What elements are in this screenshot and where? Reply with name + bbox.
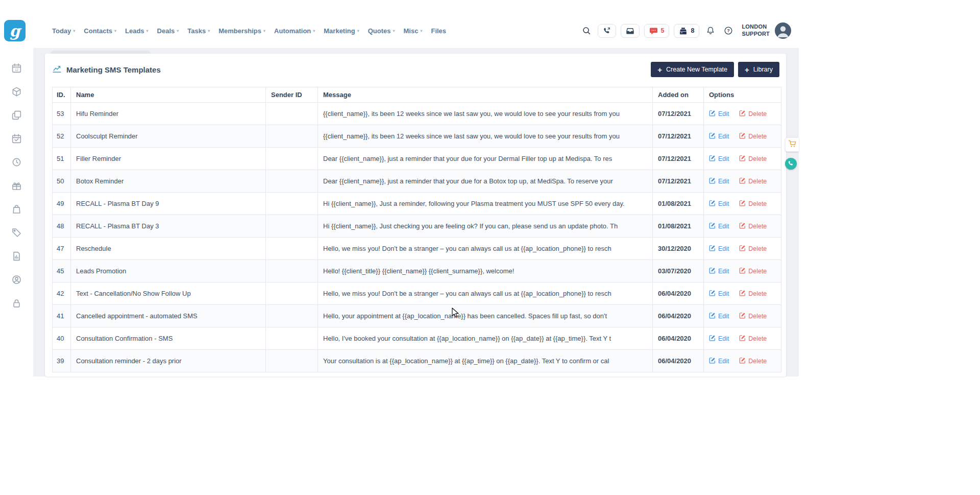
messages-button[interactable]: 5 <box>644 24 670 38</box>
nav-item-leads[interactable]: Leads ▾ <box>122 24 154 38</box>
edit-link[interactable]: Edit <box>709 222 729 230</box>
sidebar-item-report[interactable] <box>5 245 29 269</box>
table-body: 53 Hifu Reminder {{client_name}}, its be… <box>53 103 781 372</box>
sidebar-item-gift[interactable] <box>5 175 29 198</box>
edit-link[interactable]: Edit <box>709 267 729 275</box>
library-button[interactable]: + Library <box>738 62 779 77</box>
help-button[interactable]: ? <box>722 24 735 37</box>
row-sender-id <box>266 282 318 305</box>
edit-link[interactable]: Edit <box>709 177 729 185</box>
delete-label: Delete <box>748 290 767 297</box>
edit-link[interactable]: Edit <box>709 312 729 320</box>
pos-button[interactable]: 8 <box>674 24 699 38</box>
row-message: Dear {{client_name}}, just a reminder th… <box>318 148 653 170</box>
sidebar-item-user-circle[interactable] <box>5 269 29 292</box>
sidebar-item-lock[interactable] <box>5 292 29 316</box>
edit-link[interactable]: Edit <box>709 335 729 343</box>
avatar[interactable] <box>774 22 792 39</box>
delete-icon <box>739 245 746 253</box>
sidebar-item-calendar-check[interactable] <box>5 128 29 151</box>
search-button[interactable] <box>580 24 593 37</box>
sidebar-item-calendar[interactable]: 12 <box>5 57 29 81</box>
row-name: RECALL - Plasma BT Day 9 <box>71 193 266 215</box>
row-name: Hifu Reminder <box>71 103 266 125</box>
col-header-name: Name <box>71 87 266 103</box>
sidebar: 12 <box>0 48 33 376</box>
row-message: Hello, I've booked your consultation at … <box>318 327 653 350</box>
row-message: Your consultation is at {{ap_location_na… <box>318 350 653 372</box>
edit-link[interactable]: Edit <box>709 357 729 365</box>
sidebar-item-copy[interactable] <box>5 104 29 128</box>
cart-float-button[interactable] <box>785 137 799 152</box>
gift-icon <box>11 180 22 193</box>
calls-button[interactable] <box>598 24 616 38</box>
row-added-on: 01/08/2021 <box>653 215 704 238</box>
delete-label: Delete <box>748 200 767 207</box>
nav-item-label: Deals <box>157 27 175 35</box>
top-navbar: g Today ▾ Contacts ▾ Leads ▾ Deals ▾ Tas… <box>0 0 799 48</box>
row-id: 40 <box>53 327 71 350</box>
nav-item-label: Contacts <box>84 27 112 35</box>
delete-link[interactable]: Delete <box>739 357 767 365</box>
delete-icon <box>739 200 746 208</box>
nav-item-automation[interactable]: Automation ▾ <box>271 24 321 38</box>
delete-label: Delete <box>748 133 767 140</box>
delete-link[interactable]: Delete <box>739 335 767 343</box>
nav-item-quotes[interactable]: Quotes ▾ <box>365 24 401 38</box>
delete-link[interactable]: Delete <box>739 312 767 320</box>
delete-link[interactable]: Delete <box>739 110 767 118</box>
edit-icon <box>709 155 716 163</box>
nav-item-today[interactable]: Today ▾ <box>49 24 81 38</box>
row-added-on: 06/04/2020 <box>653 350 704 372</box>
row-message: Hello, we miss you! Don't be a stranger … <box>318 238 653 260</box>
messages-count: 5 <box>661 27 665 34</box>
notifications-button[interactable] <box>704 24 717 37</box>
nav-item-contacts[interactable]: Contacts ▾ <box>81 24 122 38</box>
sidebar-item-cube[interactable] <box>5 81 29 104</box>
edit-label: Edit <box>718 110 729 117</box>
edit-link[interactable]: Edit <box>709 110 729 118</box>
edit-link[interactable]: Edit <box>709 200 729 208</box>
edit-link[interactable]: Edit <box>709 245 729 253</box>
row-options: Edit Delete <box>704 148 781 170</box>
sidebar-item-history[interactable] <box>5 151 29 175</box>
sidebar-item-tag[interactable] <box>5 222 29 245</box>
row-added-on: 07/12/2021 <box>653 103 704 125</box>
nav-item-misc[interactable]: Misc ▾ <box>401 24 428 38</box>
row-name: Consultation Confirmation - SMS <box>71 327 266 350</box>
nav-item-files[interactable]: Files ▾ <box>428 24 452 38</box>
title-wrap: Marketing SMS Templates <box>52 64 161 76</box>
delete-link[interactable]: Delete <box>739 245 767 253</box>
lock-icon <box>11 298 22 311</box>
delete-link[interactable]: Delete <box>739 132 767 140</box>
row-message: Hi {{client_name}}, Just checking you ar… <box>318 215 653 238</box>
nav-item-tasks[interactable]: Tasks ▾ <box>184 24 215 38</box>
svg-text:12: 12 <box>15 67 19 71</box>
chevron-down-icon: ▾ <box>146 29 149 33</box>
create-template-button[interactable]: + Create New Template <box>651 62 734 77</box>
edit-label: Edit <box>718 358 729 365</box>
delete-label: Delete <box>748 313 767 320</box>
edit-link[interactable]: Edit <box>709 132 729 140</box>
whatsapp-float-button[interactable] <box>785 158 797 170</box>
inbox-button[interactable] <box>621 24 640 38</box>
delete-link[interactable]: Delete <box>739 267 767 275</box>
delete-link[interactable]: Delete <box>739 177 767 185</box>
table-row: 42 Text - Cancellation/No Show Follow Up… <box>53 282 781 305</box>
nav-item-deals[interactable]: Deals ▾ <box>154 24 185 38</box>
nav-item-marketing[interactable]: Marketing ▾ <box>321 24 364 38</box>
edit-link[interactable]: Edit <box>709 155 729 163</box>
table-row: 45 Leads Promotion Hello! {{client_title… <box>53 260 781 282</box>
chevron-down-icon: ▾ <box>208 29 210 33</box>
delete-link[interactable]: Delete <box>739 290 767 298</box>
delete-link[interactable]: Delete <box>739 222 767 230</box>
delete-link[interactable]: Delete <box>739 200 767 208</box>
app-logo[interactable]: g <box>4 20 26 41</box>
table-row: 41 Cancelled appointment - automated SMS… <box>53 305 781 327</box>
edit-link[interactable]: Edit <box>709 290 729 298</box>
sidebar-item-shopping-bag[interactable] <box>5 198 29 222</box>
nav-item-memberships[interactable]: Memberships ▾ <box>215 24 271 38</box>
chevron-down-icon: ▾ <box>313 29 315 33</box>
delete-link[interactable]: Delete <box>739 155 767 163</box>
row-added-on: 30/12/2020 <box>653 238 704 260</box>
